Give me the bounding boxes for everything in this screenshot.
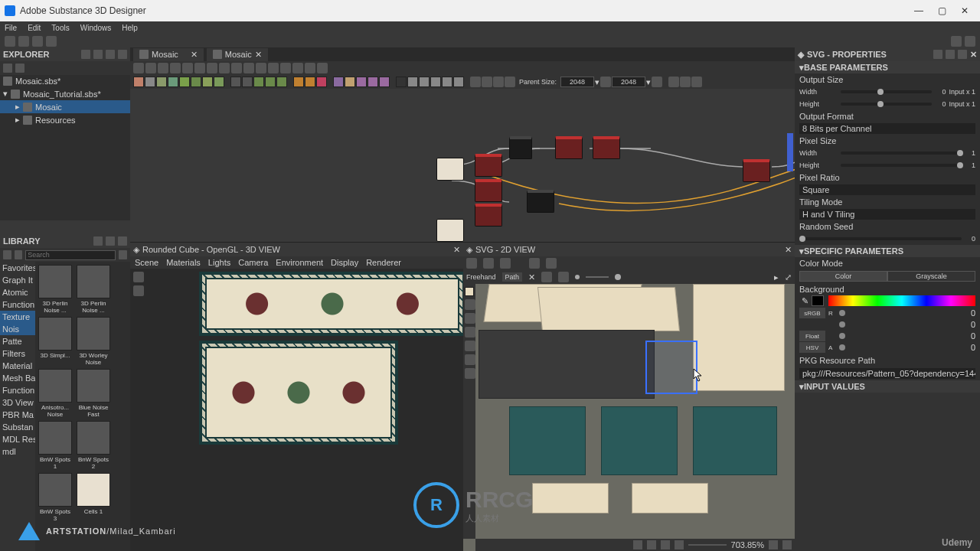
undo-path-icon[interactable] bbox=[558, 272, 569, 282]
lib-cat[interactable]: mdl bbox=[0, 445, 35, 458]
palette-item[interactable] bbox=[214, 77, 224, 87]
palette-item[interactable] bbox=[379, 77, 390, 87]
size2-input[interactable] bbox=[612, 77, 645, 87]
graph-node[interactable] bbox=[743, 159, 770, 182]
save-icon[interactable] bbox=[466, 258, 477, 269]
palette-item[interactable] bbox=[133, 77, 144, 87]
rect-tool-icon[interactable] bbox=[465, 327, 475, 337]
plus-icon[interactable] bbox=[93, 50, 103, 59]
palette-item[interactable] bbox=[430, 77, 441, 87]
palette-item[interactable] bbox=[368, 77, 378, 87]
mode-path[interactable]: Path bbox=[502, 272, 523, 282]
palette-item[interactable] bbox=[179, 77, 190, 87]
menu-tools[interactable]: Tools bbox=[51, 24, 69, 32]
pkg-path-input[interactable]: pkg:///Resources/Pattern_05?dependency=1… bbox=[799, 368, 975, 379]
tool-icon[interactable] bbox=[219, 63, 230, 73]
circle-tool-icon[interactable] bbox=[465, 341, 475, 351]
open-folder-icon[interactable] bbox=[541, 272, 552, 282]
palette-item[interactable] bbox=[316, 77, 327, 87]
output-node[interactable] bbox=[787, 133, 793, 171]
lib-cat[interactable]: Nois bbox=[0, 323, 35, 335]
palette-item[interactable] bbox=[202, 77, 213, 87]
refresh-size-icon[interactable] bbox=[652, 77, 662, 87]
palette-item[interactable] bbox=[145, 77, 155, 87]
lib-cat[interactable]: Filters bbox=[0, 347, 35, 360]
select-tool-icon[interactable] bbox=[465, 299, 475, 310]
grid-icon[interactable] bbox=[633, 540, 642, 549]
info-icon[interactable] bbox=[182, 63, 193, 73]
palette-item[interactable] bbox=[230, 77, 241, 87]
lib-filter-icon[interactable] bbox=[106, 236, 115, 246]
view3d-tab[interactable]: Renderer bbox=[366, 258, 401, 267]
palette-item[interactable] bbox=[356, 77, 367, 87]
palette-item[interactable] bbox=[345, 77, 355, 87]
lib-thumb[interactable]: 3D Simpl... bbox=[38, 317, 72, 366]
minimize-button[interactable]: — bbox=[908, 3, 929, 18]
copy-icon[interactable] bbox=[483, 258, 494, 269]
menu-help[interactable]: Help bbox=[122, 24, 138, 32]
timing-icon[interactable] bbox=[680, 77, 691, 87]
bulb-icon[interactable] bbox=[133, 285, 144, 296]
tool-icon[interactable] bbox=[158, 63, 168, 73]
snap-icon[interactable] bbox=[661, 540, 670, 549]
close-view-icon[interactable]: ✕ bbox=[785, 245, 792, 255]
lib-cat[interactable]: Mesh Ba bbox=[0, 372, 35, 384]
tool-icon[interactable] bbox=[145, 63, 156, 73]
close-panel-icon[interactable]: ✕ bbox=[970, 50, 977, 60]
mode-freehand[interactable]: Freehand bbox=[466, 273, 496, 281]
palette-item[interactable] bbox=[265, 77, 276, 87]
tool-icon[interactable] bbox=[317, 63, 328, 73]
r-knob[interactable] bbox=[839, 310, 845, 316]
view3d-tab[interactable]: Environment bbox=[276, 258, 323, 267]
menu-windows[interactable]: Windows bbox=[80, 24, 112, 32]
close-panel-icon[interactable] bbox=[118, 50, 127, 59]
tool-icon[interactable] bbox=[243, 63, 254, 73]
hue-strip[interactable] bbox=[828, 295, 975, 306]
palette-sep-icon[interactable] bbox=[482, 77, 492, 87]
lib-cat[interactable]: Favorites bbox=[0, 262, 35, 274]
random-seed-slider[interactable] bbox=[799, 237, 962, 240]
section-input-values[interactable]: ▾ INPUT VALUES bbox=[795, 380, 980, 393]
lib-cat[interactable]: Function bbox=[0, 298, 35, 311]
palette-item[interactable] bbox=[305, 77, 315, 87]
tool-icon[interactable] bbox=[305, 63, 315, 73]
lib-thumb[interactable]: 3D Perlin Noise ... bbox=[77, 265, 110, 314]
graph-node[interactable] bbox=[475, 179, 502, 202]
redo-icon[interactable] bbox=[965, 36, 975, 47]
camera-icon[interactable] bbox=[170, 63, 181, 73]
pen-tool-icon[interactable] bbox=[465, 354, 475, 365]
zoom-icon[interactable] bbox=[194, 63, 205, 73]
timing-icon[interactable] bbox=[691, 77, 702, 87]
a-knob[interactable] bbox=[839, 344, 845, 350]
graph-canvas[interactable] bbox=[130, 89, 795, 242]
palette-item[interactable] bbox=[191, 77, 201, 87]
graph-node[interactable] bbox=[436, 158, 464, 181]
pixel-height-slider[interactable] bbox=[841, 164, 962, 167]
refresh-icon[interactable] bbox=[106, 50, 115, 59]
tiling-mode-dropdown[interactable]: H and V Tiling bbox=[799, 209, 975, 220]
histogram-icon[interactable] bbox=[529, 258, 540, 269]
expand-icon[interactable]: ⤢ bbox=[785, 272, 792, 282]
view3d-tab[interactable]: Camera bbox=[238, 258, 268, 267]
width-slider[interactable] bbox=[841, 90, 932, 93]
graph-node[interactable] bbox=[475, 204, 502, 227]
view3d-tab[interactable]: Display bbox=[331, 258, 358, 267]
save-all-icon[interactable] bbox=[46, 36, 57, 47]
g-knob[interactable] bbox=[839, 321, 845, 328]
brush-tool-icon[interactable] bbox=[465, 368, 475, 379]
graph-node[interactable] bbox=[436, 219, 464, 242]
lib-thumb[interactable]: BnW Spots 3 bbox=[38, 473, 72, 522]
color-mode-toggle[interactable]: Color Grayscale bbox=[799, 271, 975, 282]
tree-item-mosaic-tutorial[interactable]: ▾ Mosaic_Tutorial.sbs* bbox=[0, 87, 130, 100]
close-tab-icon[interactable]: ✕ bbox=[255, 50, 262, 60]
graph-tab[interactable]: Mosaic ✕ bbox=[133, 48, 204, 61]
lib-thumb[interactable]: Anisotro... Noise bbox=[38, 369, 72, 418]
lib-cat[interactable]: MDL Res bbox=[0, 433, 35, 445]
tool-icon[interactable] bbox=[133, 63, 144, 73]
pin-icon[interactable] bbox=[933, 50, 942, 59]
link-size-icon[interactable] bbox=[600, 77, 611, 87]
play-icon[interactable]: ▸ bbox=[774, 272, 779, 282]
lock-icon[interactable] bbox=[782, 540, 792, 549]
tool-icon[interactable] bbox=[231, 63, 242, 73]
maximize-button[interactable]: ▢ bbox=[931, 3, 952, 18]
